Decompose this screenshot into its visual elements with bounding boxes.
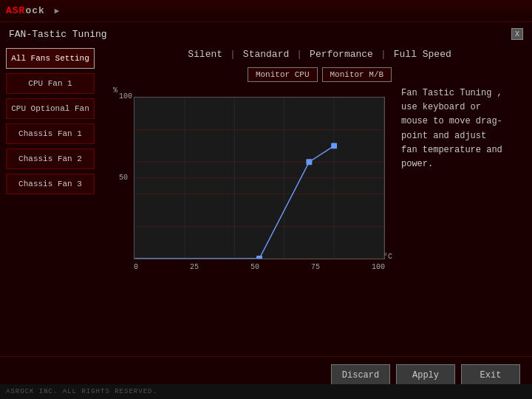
monitor-mb-button[interactable]: Monitor M/B [322,67,392,82]
svg-rect-11 [256,256,262,259]
discard-button[interactable]: Discard [331,364,390,386]
svg-rect-13 [331,143,337,149]
main-content: All Fans Setting CPU Fan 1 CPU Optional … [0,44,532,356]
mode-tabs: Silent | Standard | Performance | Full S… [113,44,526,67]
x-label-75: 75 [311,263,320,271]
separator-2: | [296,49,302,60]
y-axis-100: 100 [119,92,132,100]
y-axis-50: 50 [119,174,128,182]
right-panel: Silent | Standard | Performance | Full S… [107,44,532,356]
x-label-25: 25 [190,263,199,271]
tab-fullspeed[interactable]: Full Speed [388,47,457,61]
footer-bar: ASROCK INC. ALL RIGHTS RESERVED. [0,384,532,399]
sidebar-item-cpu-fan1[interactable]: CPU Fan 1 [6,73,95,94]
apply-button[interactable]: Apply [396,364,455,386]
y-axis-label: % [113,86,117,95]
chart-container: % 100 50 [113,86,394,271]
tab-silent[interactable]: Silent [182,47,228,61]
tab-performance[interactable]: Performance [304,47,379,61]
sidebar-item-all-fans[interactable]: All Fans Setting [6,48,95,69]
monitor-cpu-button[interactable]: Monitor CPU [248,67,318,82]
window-title: FAN-Tastic Tuning [9,29,107,40]
monitor-row: Monitor CPU Monitor M/B [113,67,526,82]
sidebar-item-chassis1[interactable]: Chassis Fan 1 [6,123,95,144]
footer-text: ASROCK INC. ALL RIGHTS RESERVED. [6,388,157,395]
tab-standard[interactable]: Standard [237,47,295,61]
sidebar-item-cpu-optional[interactable]: CPU Optional Fan [6,98,95,119]
help-text: Fan Tastic Tuning , use keyboard or mous… [394,86,512,356]
close-button[interactable]: X [511,28,523,40]
x-label-100: 100 [372,263,385,271]
title-bar: FAN-Tastic Tuning X [0,22,532,44]
x-label-0: 0 [134,263,138,271]
x-axis-unit: °C [383,253,392,261]
chart-grid [134,97,385,259]
chart-section: % 100 50 [113,86,526,356]
sidebar: All Fans Setting CPU Fan 1 CPU Optional … [0,44,107,356]
sidebar-item-chassis2[interactable]: Chassis Fan 2 [6,149,95,169]
chart-svg[interactable] [134,98,384,259]
x-axis-labels: 0 25 50 75 100 [134,263,385,271]
separator-3: | [381,49,386,60]
sidebar-item-chassis3[interactable]: Chassis Fan 3 [6,174,95,194]
svg-rect-12 [306,159,312,165]
brand-logo: ASRock ▶ [6,5,60,16]
x-label-50: 50 [250,263,259,271]
exit-button[interactable]: Exit [461,364,520,386]
header-bar: ASRock ▶ [0,0,532,22]
separator-1: | [230,49,236,60]
